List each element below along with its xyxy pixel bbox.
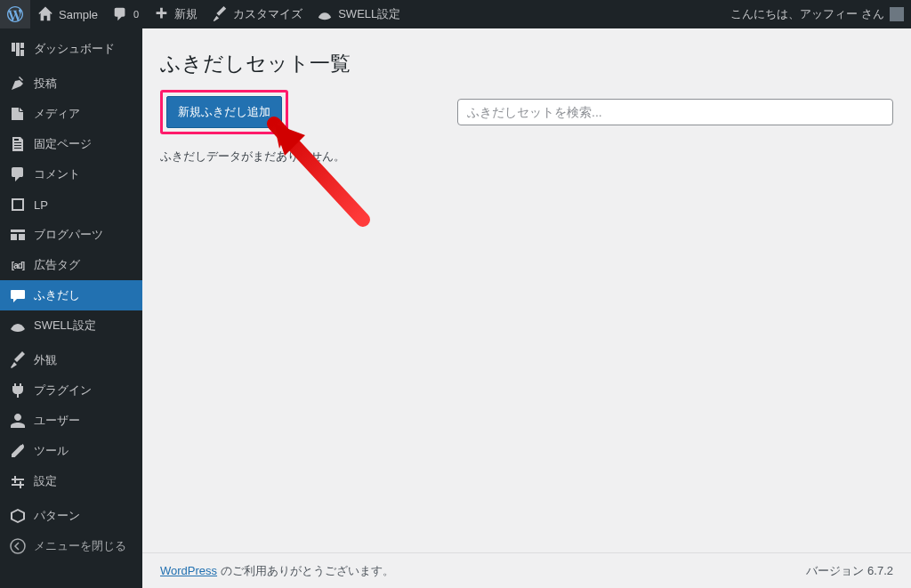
user-icon (9, 412, 27, 430)
plugin-icon (9, 382, 27, 399)
sidebar-item-pages[interactable]: 固定ページ (0, 129, 142, 159)
sidebar-item-label: ブログパーツ (34, 227, 103, 243)
pin-icon (9, 75, 27, 93)
sidebar-item-posts[interactable]: 投稿 (0, 68, 142, 99)
page-title: ふきだしセット一覧 (160, 28, 893, 90)
sidebar-item-settings[interactable]: 設定 (0, 466, 142, 496)
sidebar-item-tools[interactable]: ツール (0, 436, 142, 466)
sidebar-item-users[interactable]: ユーザー (0, 406, 142, 436)
comments-count: 0 (133, 9, 139, 20)
comment-icon (9, 165, 27, 183)
avatar (890, 7, 904, 21)
customize-label: カスタマイズ (233, 6, 302, 22)
dashboard-icon (9, 40, 27, 58)
plus-icon (153, 6, 169, 22)
swell-settings-link[interactable]: SWELL設定 (310, 0, 407, 28)
sidebar-item-media[interactable]: メディア (0, 99, 142, 129)
sidebar-item-swell[interactable]: SWELL設定 (0, 310, 142, 341)
sidebar-item-label: 広告タグ (34, 257, 80, 273)
sidebar-item-label: 固定ページ (34, 136, 92, 152)
sidebar-item-comments[interactable]: コメント (0, 159, 142, 189)
swell-label: SWELL設定 (338, 6, 400, 22)
sidebar-item-label: ふきだし (34, 287, 80, 303)
swell-icon (317, 6, 333, 22)
new-content-link[interactable]: 新規 (146, 0, 205, 28)
sidebar-item-label: 設定 (34, 473, 57, 489)
sidebar-item-dashboard[interactable]: ダッシュボード (0, 34, 142, 64)
blogparts-icon (9, 226, 27, 244)
brush-icon (9, 351, 27, 369)
greeting-text: こんにちは、アッフィー さん (730, 6, 884, 22)
comments-link[interactable]: 0 (105, 0, 146, 28)
comment-icon (112, 6, 128, 22)
pattern-icon (9, 507, 27, 525)
sidebar-item-label: メディア (34, 106, 80, 122)
site-name: Sample (59, 8, 98, 21)
empty-message: ふきだしデータがまだありません。 (160, 149, 893, 165)
sidebar-item-label: 外観 (34, 352, 57, 368)
customize-link[interactable]: カスタマイズ (205, 0, 310, 28)
new-label: 新規 (174, 6, 198, 22)
lp-icon (9, 196, 27, 213)
home-icon (37, 6, 53, 22)
sidebar-item-label: 投稿 (34, 76, 57, 92)
balloon-icon (9, 286, 27, 304)
collapse-label: メニューを閉じる (34, 538, 126, 554)
sidebar-item-patterns[interactable]: パターン (0, 501, 142, 531)
site-link[interactable]: Sample (30, 0, 105, 28)
account-link[interactable]: こんにちは、アッフィー さん (723, 0, 911, 28)
adtag-icon: [ad] (9, 256, 27, 274)
sidebar-item-label: パターン (34, 508, 80, 524)
sidebar-item-plugins[interactable]: プラグイン (0, 375, 142, 406)
sidebar-item-lp[interactable]: LP (0, 189, 142, 220)
sidebar-item-label: LP (34, 198, 48, 212)
tool-icon (9, 442, 27, 460)
sidebar-item-label: ツール (34, 443, 69, 459)
swell-icon (9, 317, 27, 334)
sidebar-item-appearance[interactable]: 外観 (0, 345, 142, 375)
sidebar-item-balloon[interactable]: ふきだし (0, 280, 142, 310)
page-icon (9, 135, 27, 153)
sidebar-item-adtag[interactable]: [ad] 広告タグ (0, 250, 142, 280)
sidebar-item-label: ダッシュボード (34, 41, 115, 57)
sidebar-item-label: プラグイン (34, 383, 92, 399)
media-icon (9, 105, 27, 123)
add-new-button[interactable]: 新規ふきだし追加 (166, 96, 282, 128)
svg-point-0 (11, 539, 25, 553)
wordpress-icon (7, 6, 23, 22)
settings-icon (9, 472, 27, 490)
brush-icon (212, 6, 228, 22)
collapse-icon (9, 537, 27, 555)
search-input[interactable] (457, 99, 893, 125)
wordpress-link[interactable]: WordPress (160, 564, 217, 577)
sidebar-item-label: ユーザー (34, 413, 80, 429)
wp-logo[interactable] (0, 0, 30, 28)
version-text: バージョン 6.7.2 (806, 563, 893, 579)
sidebar-item-label: コメント (34, 166, 80, 182)
add-new-highlight: 新規ふきだし追加 (160, 90, 288, 134)
sidebar-item-blogparts[interactable]: ブログパーツ (0, 220, 142, 250)
footer-thanks: WordPress のご利用ありがとうございます。 (160, 563, 394, 579)
collapse-menu-button[interactable]: メニューを閉じる (0, 531, 142, 561)
sidebar-item-label: SWELL設定 (34, 318, 96, 334)
